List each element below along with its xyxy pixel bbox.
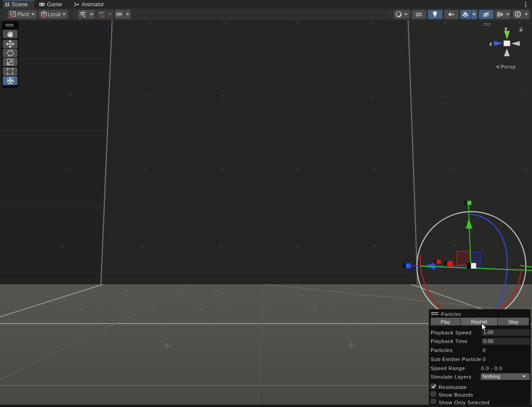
svg-text:y: y bbox=[505, 26, 508, 31]
svg-text:Persp: Persp bbox=[501, 64, 516, 69]
svg-text:z: z bbox=[490, 41, 492, 46]
